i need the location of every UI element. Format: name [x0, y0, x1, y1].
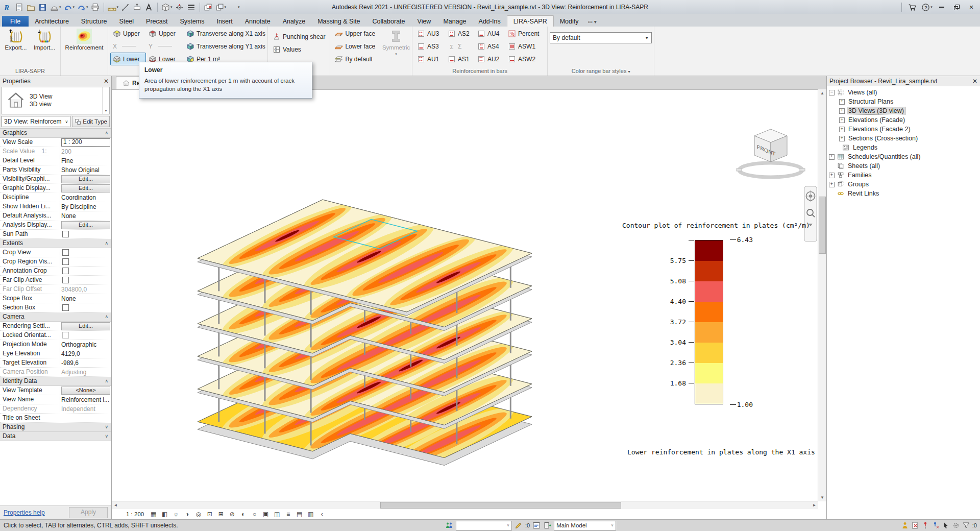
reveal-hidden-icon[interactable]: ○: [251, 511, 258, 518]
tab-file[interactable]: File: [2, 16, 29, 27]
browser-views-all[interactable]: − Views (all): [827, 88, 980, 97]
property-row[interactable]: Eye Elevation 4129,04129,0: [0, 349, 111, 358]
property-row[interactable]: Visibility/Graphi... Edit...Edit...: [0, 175, 111, 184]
property-row[interactable]: Annotation Crop: [0, 267, 111, 276]
tab-annotate[interactable]: Annotate: [239, 16, 277, 27]
tab-manage[interactable]: Manage: [437, 16, 472, 27]
revit-logo[interactable]: [2, 1, 13, 13]
print-icon[interactable]: [90, 1, 101, 13]
lower-face-button[interactable]: Lower face: [332, 40, 378, 53]
drawing-area[interactable]: Rei FRONT: [112, 76, 826, 519]
export-button[interactable]: Export...: [2, 27, 30, 51]
view-properties-icon[interactable]: ▣: [262, 511, 270, 518]
property-value[interactable]: 200200: [60, 147, 111, 156]
browser-schedules[interactable]: + Schedules/Quantities (all): [827, 152, 980, 161]
property-value[interactable]: [53, 432, 105, 441]
scroll-right-icon[interactable]: ►: [811, 501, 818, 509]
group-chevron-icon[interactable]: ∧: [105, 129, 111, 137]
group-chevron-icon[interactable]: ∧: [105, 377, 111, 385]
punching-shear-button[interactable]: Punching shear: [270, 30, 328, 43]
close-hidden-windows-icon[interactable]: [203, 1, 214, 13]
symmetric-button[interactable]: Symmetric▾: [382, 27, 410, 57]
expander-icon[interactable]: +: [839, 136, 845, 141]
text-icon[interactable]: [143, 1, 155, 13]
property-row[interactable]: Title on Sheet: [0, 414, 111, 423]
analytical-model-icon[interactable]: ▥: [307, 511, 314, 518]
property-value[interactable]: [60, 414, 111, 422]
property-value[interactable]: By DisciplineBy Discipline: [60, 202, 111, 211]
exit-option-icon[interactable]: [543, 521, 551, 529]
crop-view-icon[interactable]: ⊡: [206, 511, 213, 518]
worksharing-display-icon[interactable]: ▤: [296, 511, 303, 518]
group-chevron-icon[interactable]: ∧: [105, 312, 111, 321]
model-viewport[interactable]: FRONT Contour plot of reinfo: [112, 90, 826, 501]
property-value[interactable]: NoneNone: [60, 294, 111, 303]
minimize-button[interactable]: [935, 2, 948, 13]
editable-icon[interactable]: [514, 521, 523, 529]
crop-region-icon[interactable]: ⊞: [217, 511, 225, 518]
property-value[interactable]: [60, 331, 111, 340]
group-chevron-icon[interactable]: ∨: [105, 423, 111, 431]
expander-icon[interactable]: −: [829, 90, 835, 95]
property-row[interactable]: Crop View: [0, 248, 111, 257]
restore-button[interactable]: [950, 2, 963, 13]
vcb-collapse-icon[interactable]: ‹: [318, 511, 326, 518]
property-row[interactable]: Parts Visibility Show OriginalShow Origi…: [0, 165, 111, 175]
switch-windows-icon[interactable]: ▾: [214, 1, 228, 13]
selection-filter-icon[interactable]: [962, 521, 970, 529]
document-icon[interactable]: [14, 1, 25, 13]
sum-button[interactable]: Σ: [445, 40, 475, 53]
property-row[interactable]: Discipline CoordinationCoordination: [0, 193, 111, 202]
au2-button[interactable]: AU2: [475, 53, 505, 65]
property-row[interactable]: Graphics ∧: [0, 129, 111, 138]
property-row[interactable]: Data ∨: [0, 432, 111, 441]
property-value[interactable]: 304800,0304800,0: [60, 285, 111, 294]
as3-button[interactable]: AS3: [414, 40, 445, 53]
property-row[interactable]: Identity Data ∧: [0, 377, 111, 386]
locked-3d-icon[interactable]: ⊘: [228, 511, 236, 518]
property-value[interactable]: Edit...Edit...: [60, 322, 111, 330]
browser-sections[interactable]: + Sections (Cross-section): [827, 134, 980, 143]
sync-icon[interactable]: ▾: [49, 1, 62, 13]
property-row[interactable]: Far Clip Offset 304800,0304800,0: [0, 285, 111, 294]
type-selector-dropdown[interactable]: 3D View: Reinforcem∨: [2, 116, 70, 127]
default-3d-view-icon[interactable]: ▾: [160, 1, 174, 13]
values-button[interactable]: Values: [270, 43, 328, 56]
property-value[interactable]: Reinforcement i...Reinforcement i...: [60, 395, 111, 404]
tab-architecture[interactable]: Architecture: [29, 16, 75, 27]
property-row[interactable]: Target Elevation -989,6-989,6: [0, 358, 111, 368]
by-default-face-button[interactable]: By default: [332, 53, 378, 65]
design-options-icon[interactable]: [532, 521, 541, 529]
tab-analyze[interactable]: Analyze: [277, 16, 311, 27]
tab-precast[interactable]: Precast: [140, 16, 174, 27]
background-processes-icon[interactable]: [952, 521, 960, 529]
property-value[interactable]: OrthographicOrthographic: [60, 340, 111, 349]
save-icon[interactable]: [37, 1, 48, 13]
tab-lira-sapr[interactable]: LIRA-SAPR: [507, 15, 554, 27]
property-value[interactable]: 1 : 2001 : 200: [60, 138, 111, 147]
browser-revit-links[interactable]: Revit Links: [827, 189, 980, 198]
section-icon[interactable]: [174, 1, 185, 13]
property-row[interactable]: Analysis Display... Edit...Edit...: [0, 221, 111, 230]
horizontal-scrollbar[interactable]: ◄ ►: [112, 501, 818, 509]
scroll-up-icon[interactable]: ▲: [818, 89, 826, 97]
open-icon[interactable]: [26, 1, 37, 13]
x-axis-button[interactable]: X: [110, 40, 146, 53]
as1-button[interactable]: AS1: [445, 53, 475, 65]
property-value[interactable]: FineFine: [60, 156, 111, 165]
property-value[interactable]: -989,6-989,6: [60, 358, 111, 367]
sun-path-icon[interactable]: ☼: [172, 511, 180, 518]
selection-toggle-icon[interactable]: ▭ ▾: [588, 19, 597, 27]
expander-icon[interactable]: +: [839, 99, 845, 105]
property-row[interactable]: Show Hidden Li... By DisciplineBy Discip…: [0, 202, 111, 211]
active-design-option-dropdown[interactable]: Main Model∨: [554, 521, 616, 530]
property-value[interactable]: [53, 312, 105, 321]
property-value[interactable]: [60, 276, 111, 284]
property-value[interactable]: [60, 230, 111, 238]
panel-label[interactable]: Color range bar styles▾: [550, 67, 652, 76]
asw1-button[interactable]: ASW1: [505, 40, 545, 53]
properties-help-link[interactable]: Properties help: [4, 509, 45, 516]
undo-icon[interactable]: ▾: [63, 1, 76, 13]
property-row[interactable]: Far Clip Active: [0, 276, 111, 285]
y-axis-button[interactable]: Y: [146, 40, 184, 53]
